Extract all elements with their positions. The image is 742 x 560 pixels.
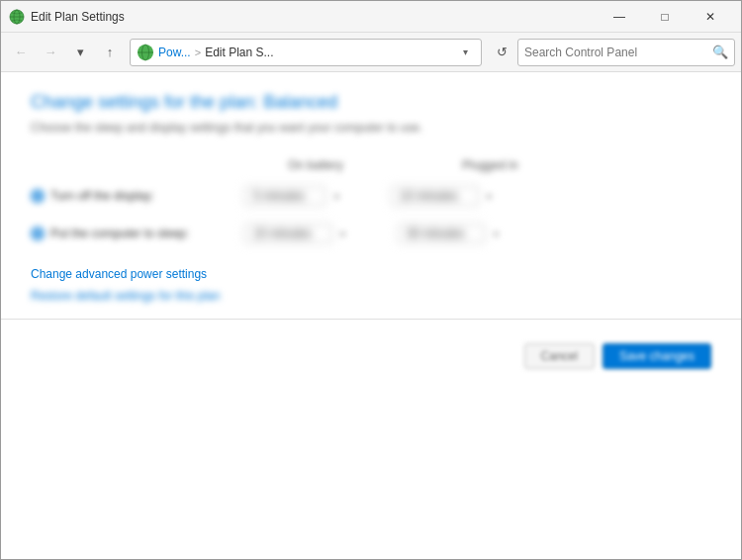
title-bar: Edit Plan Settings — □ ✕ bbox=[1, 1, 741, 33]
window-controls: — □ ✕ bbox=[597, 1, 733, 33]
divider bbox=[1, 319, 741, 320]
back-button[interactable]: ← bbox=[7, 39, 35, 66]
battery-column-header: On battery bbox=[288, 158, 343, 172]
breadcrumb-part1[interactable]: Pow... bbox=[158, 46, 191, 59]
window-icon bbox=[9, 9, 25, 25]
forward-button[interactable]: → bbox=[37, 39, 64, 66]
plugged-column-header: Plugged in bbox=[462, 158, 518, 172]
page-subtitle: Choose the sleep and display settings th… bbox=[31, 121, 525, 135]
minimize-button[interactable]: — bbox=[597, 1, 642, 33]
breadcrumb-sep1: > bbox=[195, 47, 201, 58]
address-bar-icon bbox=[137, 44, 154, 61]
bottom-buttons-bar: Cancel Save changes bbox=[31, 335, 711, 377]
chevron-down-icon-3: ▾ bbox=[334, 225, 352, 242]
sleep-radio bbox=[31, 227, 45, 240]
toolbar: ← → ▾ ↑ Pow... > Edit Plan S... ▾ ↺ 🔍 bbox=[1, 33, 741, 72]
sleep-plugged-dropdown[interactable]: 30 minutes bbox=[398, 224, 486, 243]
sleep-battery-dropdown[interactable]: 15 minutes bbox=[244, 224, 332, 243]
address-bar[interactable]: Pow... > Edit Plan S... ▾ bbox=[130, 39, 482, 66]
search-bar[interactable]: 🔍 bbox=[517, 39, 735, 66]
advanced-power-settings-link[interactable]: Change advanced power settings bbox=[31, 267, 711, 281]
recent-locations-button[interactable]: ▾ bbox=[66, 39, 94, 66]
close-button[interactable]: ✕ bbox=[688, 1, 733, 33]
breadcrumb-chevron[interactable]: ▾ bbox=[455, 43, 475, 62]
cancel-button[interactable]: Cancel bbox=[524, 343, 595, 369]
maximize-button[interactable]: □ bbox=[642, 1, 688, 33]
save-button[interactable]: Save changes bbox=[603, 343, 711, 369]
search-icon[interactable]: 🔍 bbox=[712, 45, 728, 59]
turn-off-radio bbox=[31, 189, 45, 203]
refresh-button[interactable]: ↺ bbox=[488, 39, 515, 66]
turn-off-battery-dropdown[interactable]: 5 minutes bbox=[244, 186, 325, 206]
breadcrumb-path: Pow... > Edit Plan S... bbox=[158, 46, 455, 59]
content-area: Change settings for the plan: Balanced C… bbox=[1, 72, 741, 560]
sleep-label: Put the computer to sleep: bbox=[50, 227, 189, 240]
up-button[interactable]: ↑ bbox=[96, 39, 124, 66]
turn-off-plugged-dropdown[interactable]: 10 minutes bbox=[391, 186, 479, 206]
turn-off-display-label: Turn off the display: bbox=[50, 189, 169, 203]
chevron-down-icon: ▾ bbox=[327, 187, 345, 205]
search-input[interactable] bbox=[524, 46, 712, 59]
breadcrumb-part2: Edit Plan S... bbox=[205, 46, 273, 59]
window-title: Edit Plan Settings bbox=[31, 10, 597, 24]
page-heading: Change settings for the plan: Balanced bbox=[31, 92, 711, 113]
restore-defaults-link[interactable]: Restore default settings for this plan bbox=[31, 289, 229, 303]
chevron-down-icon-2: ▾ bbox=[481, 187, 499, 205]
chevron-down-icon-4: ▾ bbox=[487, 225, 505, 242]
